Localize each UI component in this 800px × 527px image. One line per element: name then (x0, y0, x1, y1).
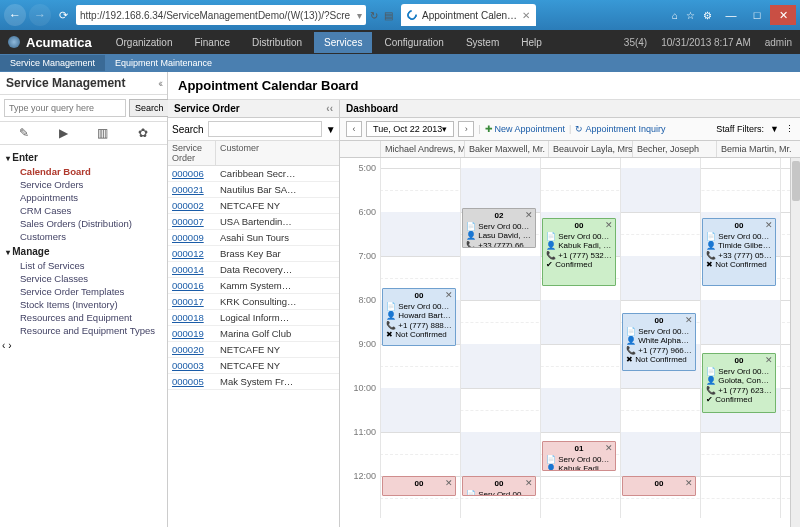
svc-order-link[interactable]: 000017 (168, 294, 216, 309)
svc-order-link[interactable]: 000016 (168, 278, 216, 293)
tree-node[interactable]: Sales Orders (Distribution) (2, 217, 165, 230)
svc-order-link[interactable]: 000019 (168, 326, 216, 341)
svc-order-link[interactable]: 000007 (168, 214, 216, 229)
person-column-header[interactable]: Michael Andrews, Mr. (380, 141, 464, 157)
subnav-item[interactable]: Equipment Maintenance (105, 55, 222, 71)
svc-row[interactable]: 000005Mak System Fr… (168, 374, 339, 390)
appointment-card[interactable]: ✕00📄 Serv Ord 000002👤 Timide Gilbert, Mr… (702, 218, 776, 286)
nav-finance[interactable]: Finance (184, 32, 240, 53)
person-column-header[interactable]: Becher, Joseph (632, 141, 716, 157)
gear-icon[interactable]: ⚙ (703, 10, 712, 21)
forward-button[interactable]: → (29, 4, 51, 26)
card-close-icon[interactable]: ✕ (525, 478, 533, 489)
svc-order-link[interactable]: 000009 (168, 230, 216, 245)
tree-node[interactable]: Stock Items (Inventory) (2, 298, 165, 311)
appointment-card[interactable]: ✕02📄 Serv Ord 000004👤 Lasu David, Mr.📞 +… (462, 208, 536, 248)
card-close-icon[interactable]: ✕ (765, 220, 773, 231)
svc-order-link[interactable]: 000021 (168, 182, 216, 197)
tree-node[interactable]: Resources and Equipment (2, 311, 165, 324)
svc-row[interactable]: 000006Caribbean Secr… (168, 166, 339, 182)
edit-icon[interactable]: ✎ (19, 126, 29, 140)
tree-node[interactable]: Calendar Board (2, 165, 165, 178)
sidebar-search-input[interactable] (4, 99, 126, 117)
svc-row[interactable]: 000016Kamm System… (168, 278, 339, 294)
new-appointment-action[interactable]: ✚New Appointment (485, 124, 566, 134)
appointment-card[interactable]: ✕00 (382, 476, 456, 496)
svc-row[interactable]: 000003NETCAFE NY (168, 358, 339, 374)
svc-order-link[interactable]: 000005 (168, 374, 216, 389)
svc-order-link[interactable]: 000012 (168, 246, 216, 261)
tree-node[interactable]: List of Services (2, 259, 165, 272)
home-icon[interactable]: ⌂ (672, 10, 678, 21)
person-column-header[interactable]: Baker Maxwell, Mr. (464, 141, 548, 157)
svc-row[interactable]: 000018Logical Inform… (168, 310, 339, 326)
url-bar[interactable]: http://192.168.6.34/ServiceManagementDem… (76, 5, 366, 25)
reload-button[interactable]: ⟳ (54, 6, 72, 24)
svc-order-link[interactable]: 000018 (168, 310, 216, 325)
tree-node[interactable]: Service Orders (2, 178, 165, 191)
filter-icon[interactable]: ▼ (326, 124, 336, 135)
svc-row[interactable]: 000017KRK Consulting… (168, 294, 339, 310)
url-dropdown-icon[interactable]: ▾ (357, 10, 362, 21)
nav-help[interactable]: Help (511, 32, 552, 53)
tree-node[interactable]: Service Classes (2, 272, 165, 285)
window-close[interactable]: ✕ (770, 5, 796, 25)
svc-col-customer[interactable]: Customer (216, 141, 263, 165)
tree-section[interactable]: Enter (6, 152, 165, 163)
tree-node[interactable]: Customers (2, 230, 165, 243)
staff-filter-more-icon[interactable]: ⋮ (785, 124, 794, 134)
star-icon[interactable]: ☆ (686, 10, 695, 21)
tree-scroll-left[interactable]: ‹ (2, 340, 5, 351)
back-button[interactable]: ← (4, 4, 26, 26)
card-close-icon[interactable]: ✕ (685, 478, 693, 489)
svc-order-link[interactable]: 000002 (168, 198, 216, 213)
svc-row[interactable]: 000020NETCAFE NY (168, 342, 339, 358)
notification-count[interactable]: 35(4) (624, 37, 647, 48)
tab-close-icon[interactable]: ✕ (522, 10, 530, 21)
appointment-card[interactable]: ✕00📄 Serv Ord 000001👤 Kabuk Fadi, Mr.📞 +… (542, 218, 616, 286)
card-close-icon[interactable]: ✕ (765, 355, 773, 366)
svc-row[interactable]: 000007USA Bartendin… (168, 214, 339, 230)
settings-icon[interactable]: ✿ (138, 126, 148, 140)
card-close-icon[interactable]: ✕ (445, 478, 453, 489)
appointment-inquiry-action[interactable]: ↻Appointment Inquiry (575, 124, 665, 134)
brand[interactable]: Acumatica (8, 35, 92, 50)
appointment-card[interactable]: ✕00 (622, 476, 696, 496)
appointment-card[interactable]: ✕00📄 Serv Ord 000010👤 Howard Bart, Mr.📞 … (382, 288, 456, 346)
staff-filter-icon[interactable]: ▼ (770, 124, 779, 134)
tree-node[interactable]: Appointments (2, 191, 165, 204)
nav-organization[interactable]: Organization (106, 32, 183, 53)
date-prev[interactable]: ‹ (346, 121, 362, 137)
card-close-icon[interactable]: ✕ (685, 315, 693, 326)
appointment-card[interactable]: ✕00📄 Serv Ord 000008👤 Golota, Constantin… (702, 353, 776, 413)
person-column-header[interactable]: Beauvoir Layla, Mrs. (548, 141, 632, 157)
refresh-stop-icon[interactable]: ↻ (370, 10, 378, 21)
svc-order-link[interactable]: 000003 (168, 358, 216, 373)
svc-search-input[interactable] (208, 121, 322, 137)
tree-node[interactable]: Service Order Templates (2, 285, 165, 298)
card-close-icon[interactable]: ✕ (605, 443, 613, 454)
svc-order-link[interactable]: 000014 (168, 262, 216, 277)
window-minimize[interactable]: — (718, 5, 744, 25)
window-maximize[interactable]: □ (744, 5, 770, 25)
vertical-scrollbar[interactable] (790, 141, 800, 527)
tree-section[interactable]: Manage (6, 246, 165, 257)
sidebar-search-button[interactable]: Search (129, 99, 170, 117)
person-column-header[interactable]: Bemia Martin, Mr. (716, 141, 800, 157)
svc-order-link[interactable]: 000006 (168, 166, 216, 181)
appointment-card[interactable]: ✕00📄 Serv Ord 000011👤 White Alphanso, Mr… (622, 313, 696, 371)
panel-collapse-icon[interactable]: ‹‹ (326, 103, 333, 114)
nav-services[interactable]: Services (314, 32, 372, 53)
card-close-icon[interactable]: ✕ (605, 220, 613, 231)
nav-configuration[interactable]: Configuration (374, 32, 453, 53)
date-next[interactable]: › (458, 121, 474, 137)
appointment-card[interactable]: ✕01📄 Serv Ord 000005👤 Kabuk Fadi, Mr.📞 +… (542, 441, 616, 471)
play-icon[interactable]: ▶ (59, 126, 68, 140)
chart-icon[interactable]: ▥ (97, 126, 108, 140)
card-close-icon[interactable]: ✕ (445, 290, 453, 301)
tree-node[interactable]: CRM Cases (2, 204, 165, 217)
svc-order-link[interactable]: 000020 (168, 342, 216, 357)
nav-distribution[interactable]: Distribution (242, 32, 312, 53)
sidebar-collapse-icon[interactable]: ‹‹ (158, 78, 161, 89)
tree-node[interactable]: Resource and Equipment Types (2, 324, 165, 336)
